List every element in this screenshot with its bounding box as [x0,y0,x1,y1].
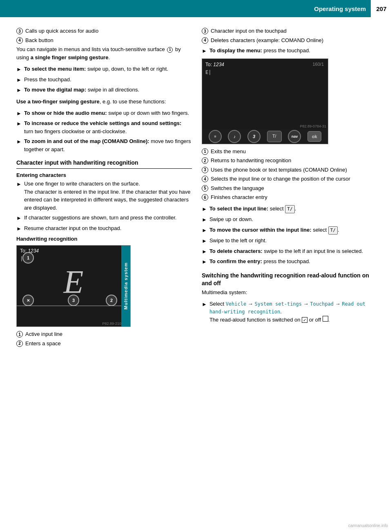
bullet-arrow-icon: ► [16,138,22,146]
bullet-vehicle-settings: ► To increase or reduce the vehicle sett… [16,119,192,135]
bullet-arrow-icon: ► [16,214,22,222]
bullet-arrow-icon: ► [16,180,22,188]
right-item-4: 4 Deletes characters (example: COMAND On… [202,36,377,45]
two-finger-intro: Use a two-finger swiping gesture, e.g. t… [16,98,192,106]
switch-heading: Switching the handwriting recognition re… [202,272,377,288]
image1-cursor: E| [205,69,211,75]
list-item: 3 Calls up quick access for audio [16,27,192,35]
right-cap-3: 3 [202,167,208,173]
bullet-arrow-icon: ► [202,237,207,245]
bullet-arrow-icon: ► [202,47,207,55]
bullet-arrow-icon: ► [16,110,22,118]
right-cap-4: 4 [202,176,208,182]
right-cap-6-text: Finishes character entry [211,193,267,201]
right-column: 3 Character input on the touchpad 4 Dele… [202,27,377,349]
right-cap-5: 5 [202,185,208,192]
bullet-delete-chars: ► To delete characters: swipe to the lef… [202,247,377,256]
page-number: 207 [376,5,386,12]
image1-captions: 1 Exits the menu 2 Returns to handwritin… [202,148,377,201]
cap-num-2: 2 [16,340,23,347]
bullet-select-vehicle: ► Select Vehicle → System set‑tings → To… [202,300,377,324]
bullet-arrow-icon: ► [16,225,22,233]
sidebar-teal-bar: Multimedia system [121,246,130,326]
right-cap-2-text: Returns to handwriting recognition [211,156,291,165]
btn-1[interactable]: ≡ [209,130,222,143]
item-3-text: Calls up quick access for audio [25,27,98,35]
num-4-circle: 4 [16,37,23,44]
sidebar-text: Multimedia system [123,262,128,309]
right-item-4-text: Deletes characters (example: COMAND Onli… [211,36,323,45]
caption-2-text: Enters a space [25,340,61,348]
bullet-swipe-updown: ► Swipe up or down. [202,215,377,224]
ti-box2: T/ [328,226,338,235]
bullet-select-input: ► To select the input line: select T/. [202,205,377,214]
right-num-4: 4 [202,37,208,44]
header-title: Operating system [0,5,371,12]
caption-item: 6 Finishes character entry [202,193,377,201]
right-item-3: 3 Character input on the touchpad [202,27,377,35]
caption-item: 3 Uses the phone book or text templates … [202,166,377,174]
btn-3[interactable]: 3 [247,130,261,143]
bullet-press-touchpad: ► Press the touchpad. [16,76,192,84]
cap-num-1: 1 [16,331,23,338]
bullet-controller: ► If character suggestions are shown, tu… [16,214,192,222]
image1-topright: 160/1 [312,62,324,67]
bullet-zoom-map: ► To zoom in and out of the map (COMAND … [16,137,192,153]
page-number-box: 207 [371,0,392,17]
code-touchpad: Touchpad [310,301,334,307]
bullet-arrow-icon: ► [202,248,207,256]
bullet-swipe-leftright: ► Swipe to the left or right. [202,237,377,245]
bullet-arrow-icon: ► [16,65,22,74]
bullet-move-cursor: ► To move the cursor within the input li… [202,226,377,235]
bullet-arrow-icon: ► [16,120,22,128]
caption-item: 1 Active input line [16,330,192,338]
watermark: carmanualsonline.info [348,523,388,528]
image1-ref: P82.89-0784-31 [300,124,326,128]
code-system-settings: System set‑tings [254,301,302,307]
hw-circle-4: ✕ [22,295,34,306]
list-item: 4 Back button [16,36,192,45]
caption-1-text: Active input line [25,330,62,338]
right-cap-1: 1 [202,148,208,155]
btn-4-t[interactable]: T/ [267,131,282,142]
btn-6-ok[interactable]: ok [307,131,321,142]
right-cap-5-text: Switches the language [211,184,264,192]
bullet-arrow-icon: ► [202,258,207,266]
bullet-arrow-icon: ► [202,226,207,235]
bullet-confirm-entry: ► To confirm the entry: press the touchp… [202,257,377,266]
page-header: Operating system 207 [0,0,392,17]
bottom-button-bar: ≡ ♪ 3 T/ nav ok [202,129,328,144]
bullet-display-menu: ► To display the menu: press the touchpa… [202,47,377,55]
bullet-move-map: ► To move the digital map: swipe in all … [16,86,192,94]
bullet-resume: ► Resume character input on the touchpad… [16,224,192,233]
right-num-3: 3 [202,28,208,34]
caption-item: 1 Exits the menu [202,148,377,156]
multimedia-label: Multimedia system: [202,288,377,297]
intro-paragraph: You can navigate in menus and lists via … [16,45,192,62]
touchpad-image: To: 1234 160/1 E| ≡ ♪ 3 T/ [202,58,328,144]
image2-captions: 1 Active input line 2 Enters a space [16,330,192,347]
sub-heading-handwriting-recognition: Handwriting recognition [16,236,192,242]
bullet-arrow-icon: ► [202,216,207,224]
caption-item: 2 Returns to handwriting recognition [202,156,377,165]
bullet-arrow-icon: ► [202,205,207,213]
bullet-audio-menu: ► To show or hide the audio menu: swipe … [16,109,192,118]
right-cap-4-text: Selects the input line or to change the … [211,175,350,183]
section-heading-handwriting: Character input with handwriting recogni… [16,159,192,167]
ti-box: T/ [285,205,294,214]
bullet-arrow-icon: ► [16,76,22,84]
num-3-circle: 3 [16,28,23,34]
checkbox-checked-icon: ✓ [302,317,307,323]
bullet-one-finger: ► Use one finger to write characters on … [16,180,192,212]
right-cap-2: 2 [202,157,208,164]
btn-5[interactable]: nav [288,130,301,143]
hw-circle-1: 1 [22,252,34,264]
bullet-select-menu: ► To select the menu item: swipe up, dow… [16,65,192,74]
sub-heading-entering: Entering characters [16,172,192,178]
section-divider [16,168,192,169]
checkbox-empty-icon [323,316,328,322]
btn-2[interactable]: ♪ [228,130,241,143]
image1-top: To: 1234 [205,62,224,67]
right-cap-1-text: Exits the menu [211,148,246,156]
bullet-arrow-icon: ► [202,300,207,308]
